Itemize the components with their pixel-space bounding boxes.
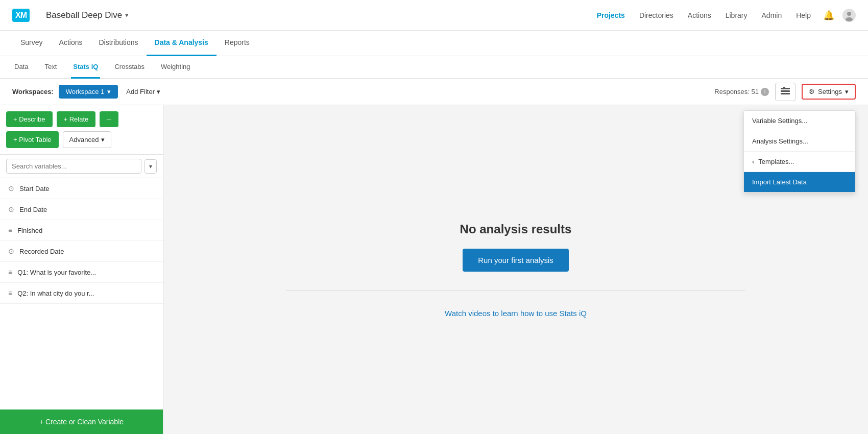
search-row: ▾ xyxy=(0,155,163,178)
back-button[interactable]: ← xyxy=(100,111,118,127)
workspaces-label: Workspaces: xyxy=(12,88,54,95)
tab-survey[interactable]: Survey xyxy=(12,31,51,56)
svg-rect-5 xyxy=(781,93,790,94)
third-bar: Data Text Stats iQ Crosstabs Weighting xyxy=(0,56,868,79)
nav-actions[interactable]: Actions xyxy=(688,11,711,19)
advanced-button[interactable]: Advanced ▾ xyxy=(63,131,112,148)
list-item[interactable]: ≡ Q1: What is your favorite... xyxy=(0,262,163,283)
subtab-crosstabs[interactable]: Crosstabs xyxy=(112,56,147,79)
sidebar-toolbar: + Describe + Relate ← + Pivot Table Adva… xyxy=(0,105,163,155)
variable-settings-item[interactable]: Variable Settings... xyxy=(744,111,855,131)
main-layout: + Describe + Relate ← + Pivot Table Adva… xyxy=(0,105,868,434)
list-item[interactable]: ⊙ End Date xyxy=(0,199,163,220)
search-dropdown-button[interactable]: ▾ xyxy=(144,159,157,174)
apple-icon-button[interactable] xyxy=(775,83,795,101)
tab-distributions[interactable]: Distributions xyxy=(91,31,147,56)
settings-dropdown-menu: Variable Settings... Analysis Settings..… xyxy=(743,110,856,192)
tab-data-analysis[interactable]: Data & Analysis xyxy=(147,31,216,56)
svg-rect-4 xyxy=(781,90,790,92)
xm-logo: XM xyxy=(12,9,30,22)
no-analysis-title: No analysis results xyxy=(460,222,572,236)
top-nav-icons: 🔔 xyxy=(823,9,856,22)
templates-item[interactable]: ‹ Templates... xyxy=(744,152,855,172)
watch-videos-link[interactable]: Watch videos to learn how to use Stats i… xyxy=(445,309,587,318)
sidebar: + Describe + Relate ← + Pivot Table Adva… xyxy=(0,105,163,434)
workspace-bar: Workspaces: Workspace 1 ▾ Add Filter ▾ R… xyxy=(0,79,868,105)
second-bar: Survey Actions Distributions Data & Anal… xyxy=(0,31,868,56)
import-latest-data-item[interactable]: Import Latest Data xyxy=(744,172,855,192)
list-icon: ≡ xyxy=(8,268,12,276)
info-icon: i xyxy=(761,88,769,96)
tab-actions[interactable]: Actions xyxy=(51,31,91,56)
nav-help[interactable]: Help xyxy=(796,11,811,19)
subtab-weighting[interactable]: Weighting xyxy=(159,56,192,79)
tab-reports[interactable]: Reports xyxy=(216,31,258,56)
user-profile-button[interactable] xyxy=(842,9,856,22)
svg-rect-6 xyxy=(783,87,785,88)
nav-directories[interactable]: Directories xyxy=(639,11,673,19)
list-item[interactable]: ⊙ Start Date xyxy=(0,178,163,199)
create-clean-variable-button[interactable]: + Create or Clean Variable xyxy=(0,409,163,434)
notifications-button[interactable]: 🔔 xyxy=(823,10,834,21)
xm-logo-text: XM xyxy=(12,9,30,22)
search-input[interactable] xyxy=(6,159,141,174)
divider xyxy=(286,290,745,291)
clock-icon: ⊙ xyxy=(8,205,14,213)
list-icon: ≡ xyxy=(8,289,12,297)
list-item[interactable]: ⊙ Recorded Date xyxy=(0,241,163,262)
top-nav: Projects Directories Actions Library Adm… xyxy=(597,11,811,19)
nav-projects[interactable]: Projects xyxy=(597,11,625,19)
top-bar: XM Baseball Deep Dive ▾ Projects Directo… xyxy=(0,0,868,31)
list-icon: ≡ xyxy=(8,226,12,234)
responses-label: Responses: 51 i xyxy=(714,88,769,96)
add-filter-button[interactable]: Add Filter ▾ xyxy=(126,88,160,95)
analysis-settings-item[interactable]: Analysis Settings... xyxy=(744,131,855,151)
svg-point-1 xyxy=(847,12,851,16)
subtab-stats-iq[interactable]: Stats iQ xyxy=(71,56,100,79)
list-item[interactable]: ≡ Q2: In what city do you r... xyxy=(0,283,163,304)
describe-button[interactable]: + Describe xyxy=(6,111,53,127)
clock-icon: ⊙ xyxy=(8,184,14,192)
workspace-dropdown-button[interactable]: Workspace 1 ▾ xyxy=(59,85,118,99)
clock-icon: ⊙ xyxy=(8,247,14,255)
settings-wrapper: ⚙ Settings ▾ Variable Settings... Analys… xyxy=(802,84,856,100)
subtab-data[interactable]: Data xyxy=(12,56,30,79)
project-caret: ▾ xyxy=(125,11,129,19)
pivot-table-button[interactable]: + Pivot Table xyxy=(6,131,59,148)
run-first-analysis-button[interactable]: Run your first analysis xyxy=(463,249,569,272)
settings-button[interactable]: ⚙ Settings ▾ xyxy=(802,84,856,100)
variable-list: ⊙ Start Date ⊙ End Date ≡ Finished ⊙ Rec… xyxy=(0,178,163,409)
svg-rect-3 xyxy=(781,88,790,89)
subtab-text[interactable]: Text xyxy=(42,56,59,79)
relate-button[interactable]: + Relate xyxy=(57,111,96,127)
workspace-right: Responses: 51 i ⚙ Settings ▾ Variable Se… xyxy=(714,83,856,101)
svg-point-2 xyxy=(846,17,853,21)
list-item[interactable]: ≡ Finished xyxy=(0,220,163,241)
project-title[interactable]: Baseball Deep Dive ▾ xyxy=(46,10,129,20)
nav-library[interactable]: Library xyxy=(726,11,748,19)
nav-admin[interactable]: Admin xyxy=(762,11,782,19)
